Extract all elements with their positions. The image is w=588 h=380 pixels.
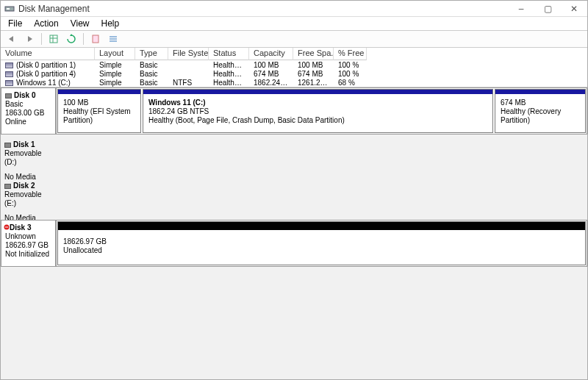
menu-action[interactable]: Action xyxy=(29,18,62,29)
svg-rect-1 xyxy=(7,8,10,10)
cell-type: Basic xyxy=(135,61,168,69)
cell-free: 674 MB xyxy=(293,70,334,78)
disk-0-size: 1863.00 GB xyxy=(5,109,51,118)
table-row[interactable]: (Disk 0 partition 4)SimpleBasicHealthy (… xyxy=(1,69,587,78)
svg-rect-6 xyxy=(110,36,117,37)
volume-list: Volume Layout Type File System Status Ca… xyxy=(1,48,587,87)
cell-pctfree: 100 % xyxy=(334,70,367,78)
partition-size: 674 MB xyxy=(501,98,580,107)
volume-icon xyxy=(5,62,13,68)
back-button[interactable] xyxy=(4,32,20,46)
table-row[interactable]: Windows 11 (C:)SimpleBasicNTFSHealthy (B… xyxy=(1,78,587,87)
cell-volume: (Disk 0 partition 1) xyxy=(1,61,95,69)
maximize-button[interactable]: ▢ xyxy=(534,1,561,17)
toolbar xyxy=(1,30,587,48)
disk-0-name: Disk 0 xyxy=(14,91,35,99)
disk-row-2[interactable]: Disk 2 Removable (E:) No Media xyxy=(1,179,587,217)
disk-management-window: Disk Management – ▢ ✕ File Action View H… xyxy=(0,0,588,380)
disk-3-status: Not Initialized xyxy=(5,250,51,259)
cell-pctfree: 100 % xyxy=(334,61,367,69)
disk-3-name: Disk 3 xyxy=(10,223,31,232)
svg-rect-8 xyxy=(110,40,117,42)
toolbar-separator xyxy=(41,33,42,45)
disk-row-0[interactable]: Disk 0 Basic 1863.00 GB Online 100 MB He… xyxy=(1,87,587,135)
disk-0-partition-3[interactable]: 674 MB Healthy (Recovery Partition) xyxy=(495,89,586,133)
tree-button[interactable] xyxy=(46,32,62,46)
refresh-button[interactable] xyxy=(63,32,79,46)
list-button[interactable] xyxy=(105,32,121,46)
partition-size: 100 MB xyxy=(63,98,135,107)
disk-0-partition-1[interactable]: 100 MB Healthy (EFI System Partition) xyxy=(57,89,141,133)
cell-free: 100 MB xyxy=(293,61,334,69)
disk-0-partition-2[interactable]: Windows 11 (C:) 1862.24 GB NTFS Healthy … xyxy=(143,89,493,133)
properties-button[interactable] xyxy=(87,32,104,46)
disk-2-name: Disk 2 xyxy=(13,182,35,190)
disk-row-3[interactable]: Disk 3 Unknown 18626.97 GB Not Initializ… xyxy=(1,220,587,267)
disk-icon xyxy=(5,93,12,98)
cell-capacity: 674 MB xyxy=(249,70,293,78)
partition-status: Healthy (Recovery Partition) xyxy=(501,107,580,125)
cell-volume: Windows 11 (C:) xyxy=(1,79,95,87)
disk-3-partition-1[interactable]: 18626.97 GB Unallocated xyxy=(57,221,586,265)
disk-0-status: Online xyxy=(5,118,51,126)
disk-1-name: Disk 1 xyxy=(13,140,35,148)
partition-size: 18626.97 GB xyxy=(63,237,580,246)
col-volume[interactable]: Volume xyxy=(1,48,95,60)
cell-volume: (Disk 0 partition 4) xyxy=(1,70,95,78)
disk-row-1[interactable]: Disk 1 Removable (D:) No Media xyxy=(1,137,587,176)
titlebar[interactable]: Disk Management – ▢ ✕ xyxy=(1,1,587,17)
menu-help[interactable]: Help xyxy=(97,18,124,29)
partition-line2: 1862.24 GB NTFS xyxy=(148,107,487,116)
error-icon xyxy=(4,223,10,232)
status-bar xyxy=(1,368,587,379)
window-buttons: – ▢ ✕ xyxy=(508,1,587,17)
svg-rect-5 xyxy=(93,35,98,43)
menu-file[interactable]: File xyxy=(4,18,26,29)
disk-2-info[interactable]: Disk 2 Removable (E:) No Media xyxy=(1,179,56,217)
table-row[interactable]: (Disk 0 partition 1)SimpleBasicHealthy (… xyxy=(1,60,587,69)
close-button[interactable]: ✕ xyxy=(561,1,587,17)
forward-button[interactable] xyxy=(21,32,37,46)
disk-2-type: Removable (E:) xyxy=(4,190,52,208)
disk-2-partitions xyxy=(56,179,587,217)
cell-layout: Simple xyxy=(95,79,135,87)
svg-rect-2 xyxy=(50,35,57,43)
disk-graphical-pane[interactable]: Disk 0 Basic 1863.00 GB Online 100 MB He… xyxy=(1,87,587,368)
menubar: File Action View Help xyxy=(1,17,587,30)
app-icon xyxy=(4,4,15,14)
disk-3-partitions: 18626.97 GB Unallocated xyxy=(56,220,587,267)
cell-layout: Simple xyxy=(95,70,135,78)
cell-free: 1261.29 ... xyxy=(293,79,334,87)
col-status[interactable]: Status xyxy=(209,48,249,60)
volume-icon xyxy=(5,80,13,86)
toolbar-separator xyxy=(83,33,84,45)
disk-3-size: 18626.97 GB xyxy=(5,241,51,250)
window-title: Disk Management xyxy=(18,4,508,14)
col-layout[interactable]: Layout xyxy=(95,48,135,60)
col-fs[interactable]: File System xyxy=(168,48,209,60)
cell-status: Healthy (B... xyxy=(209,79,249,87)
svg-rect-7 xyxy=(110,38,117,40)
disk-0-partitions: 100 MB Healthy (EFI System Partition) Wi… xyxy=(56,87,587,135)
cell-capacity: 1862.24 GB xyxy=(249,79,293,87)
disk-0-type: Basic xyxy=(5,100,51,109)
col-capacity[interactable]: Capacity xyxy=(249,48,293,60)
disk-icon xyxy=(4,184,11,189)
volume-list-header: Volume Layout Type File System Status Ca… xyxy=(1,48,587,60)
volume-rows: (Disk 0 partition 1)SimpleBasicHealthy (… xyxy=(1,60,587,87)
disk-0-info[interactable]: Disk 0 Basic 1863.00 GB Online xyxy=(1,87,56,135)
disk-3-type: Unknown xyxy=(5,232,51,241)
col-free[interactable]: Free Spa... xyxy=(293,48,334,60)
cell-status: Healthy (E... xyxy=(209,61,249,69)
disk-1-info[interactable]: Disk 1 Removable (D:) No Media xyxy=(1,137,56,176)
menu-view[interactable]: View xyxy=(66,18,94,29)
partition-status: Healthy (Boot, Page File, Crash Dump, Ba… xyxy=(148,116,487,125)
cell-type: Basic xyxy=(135,70,168,78)
col-type[interactable]: Type xyxy=(135,48,168,60)
minimize-button[interactable]: – xyxy=(508,1,534,17)
disk-1-type: Removable (D:) xyxy=(4,149,52,167)
disk-3-info[interactable]: Disk 3 Unknown 18626.97 GB Not Initializ… xyxy=(1,220,56,267)
col-pctfree[interactable]: % Free xyxy=(334,48,367,60)
cell-layout: Simple xyxy=(95,61,135,69)
cell-type: Basic xyxy=(135,79,168,87)
